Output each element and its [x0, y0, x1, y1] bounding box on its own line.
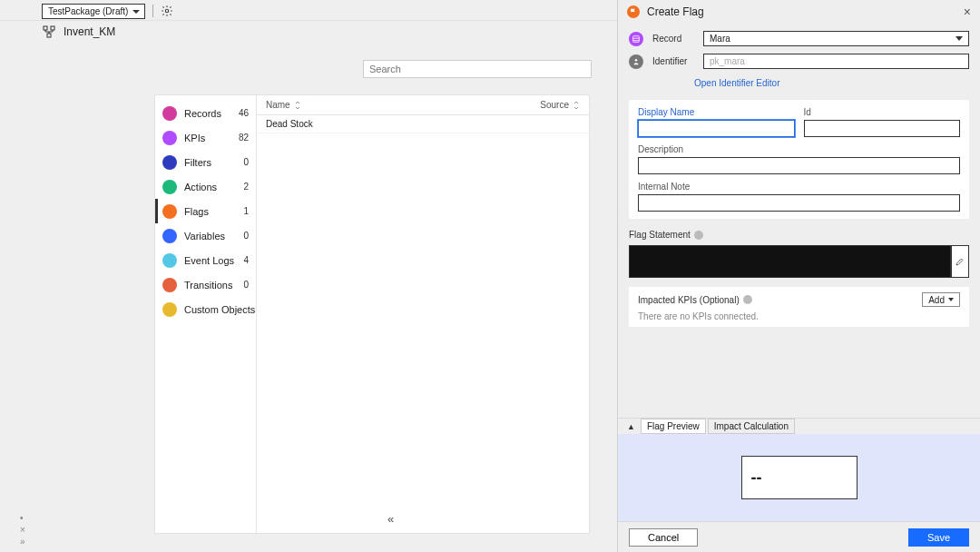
- kpi-empty-text: There are no KPIs connected.: [638, 311, 960, 321]
- flag-preview-pane: --: [618, 434, 980, 521]
- edit-statement-button[interactable]: [951, 245, 969, 278]
- sidebar-item-icon: [162, 131, 177, 145]
- drawer-title: Create Flag: [647, 5, 956, 18]
- sidebar-item-label: Actions: [184, 182, 227, 192]
- sidebar-item-count: 0: [240, 280, 249, 290]
- svg-point-5: [635, 59, 638, 62]
- sort-icon: [294, 101, 301, 110]
- col-name[interactable]: Name: [266, 100, 525, 110]
- sidebar-item-count: 46: [234, 108, 249, 118]
- data-model-icon: [42, 25, 56, 39]
- sidebar-item-label: Custom Objects: [184, 304, 255, 315]
- sort-icon: [573, 101, 580, 110]
- flag-statement-label: Flag Statement: [629, 230, 691, 240]
- toolbar-divider: [152, 5, 153, 17]
- sidebar-item-label: Transitions: [184, 280, 232, 291]
- table-row[interactable]: Dead Stock: [257, 115, 589, 133]
- sidebar-item-kpis[interactable]: KPIs82: [155, 125, 256, 150]
- record-select[interactable]: Mara: [703, 31, 969, 46]
- svg-rect-3: [47, 34, 51, 37]
- tab-impact-calculation[interactable]: Impact Calculation: [708, 419, 795, 434]
- sidebar-item-count: 1: [234, 206, 249, 216]
- internal-note-input[interactable]: [638, 194, 960, 212]
- col-source[interactable]: Source: [525, 100, 580, 110]
- sidebar-item-count: 0: [234, 231, 249, 241]
- sidebar-item-event-logs[interactable]: Event Logs4: [155, 248, 256, 272]
- sidebar-item-actions[interactable]: Actions2: [155, 174, 256, 199]
- collapse-preview-icon[interactable]: ▲: [627, 422, 635, 431]
- sidebar-item-custom-objects[interactable]: Custom Objects0: [155, 297, 256, 321]
- sidebar-item-transitions[interactable]: Transitions0: [155, 272, 256, 297]
- sidebar-item-label: Records: [184, 108, 227, 119]
- identifier-icon: [629, 54, 643, 69]
- sidebar-item-icon: [162, 106, 177, 121]
- search-input[interactable]: [369, 64, 585, 74]
- sidebar-item-count: 82: [234, 133, 249, 143]
- object-sidebar: Records46KPIs82Filters0Actions2Flags1Var…: [155, 95, 257, 533]
- create-flag-drawer: Create Flag × Record Mara Identifier Ope…: [617, 0, 980, 552]
- cancel-button[interactable]: Cancel: [629, 528, 698, 547]
- info-icon[interactable]: [694, 231, 703, 240]
- sidebar-item-count: 0: [234, 157, 249, 167]
- sidebar-item-filters[interactable]: Filters0: [155, 150, 256, 174]
- sidebar-item-label: Event Logs: [184, 255, 234, 266]
- svg-rect-4: [633, 35, 640, 42]
- sidebar-item-count: 4: [241, 255, 249, 265]
- row-name: Dead Stock: [266, 119, 580, 129]
- preview-value: --: [751, 468, 762, 488]
- display-name-input[interactable]: [638, 120, 795, 137]
- sidebar-item-count: 2: [234, 182, 249, 192]
- record-icon: [629, 32, 643, 46]
- svg-rect-1: [44, 26, 47, 30]
- preview-card: --: [741, 456, 858, 499]
- sidebar-item-label: KPIs: [184, 133, 227, 143]
- sidebar-item-icon: [162, 302, 177, 317]
- id-input[interactable]: [804, 120, 961, 137]
- internal-note-label: Internal Note: [638, 182, 960, 192]
- svg-rect-2: [51, 26, 54, 30]
- sidebar-item-records[interactable]: Records46: [155, 101, 256, 125]
- impacted-kpis-label: Impacted KPIs (Optional): [638, 295, 740, 305]
- table-header: Name Source: [257, 95, 589, 115]
- sidebar-item-variables[interactable]: Variables0: [155, 223, 256, 248]
- sidebar-item-label: Filters: [184, 157, 227, 168]
- identifier-label: Identifier: [652, 56, 694, 66]
- id-label: Id: [804, 107, 961, 117]
- identifier-input[interactable]: [703, 54, 969, 69]
- chevron-down-icon: [956, 36, 963, 41]
- svg-point-0: [166, 9, 170, 13]
- record-label: Record: [652, 34, 694, 44]
- sidebar-item-flags[interactable]: Flags1: [155, 199, 256, 223]
- sidebar-item-icon: [162, 180, 177, 194]
- page-title: Invent_KM: [64, 25, 115, 38]
- info-icon[interactable]: [743, 295, 752, 304]
- display-name-label: Display Name: [638, 107, 795, 117]
- sidebar-collapse-icon[interactable]: «: [387, 512, 394, 526]
- gear-icon[interactable]: [161, 5, 173, 17]
- sidebar-item-icon: [162, 155, 177, 170]
- save-button[interactable]: Save: [908, 528, 969, 547]
- search-input-wrap[interactable]: [363, 60, 592, 78]
- flag-statement-editor[interactable]: [629, 245, 951, 278]
- sidebar-item-icon: [162, 278, 177, 292]
- description-label: Description: [638, 144, 960, 154]
- tab-flag-preview[interactable]: Flag Preview: [641, 419, 706, 434]
- sidebar-item-icon: [162, 229, 177, 243]
- sidebar-item-icon: [162, 204, 177, 219]
- package-dropdown[interactable]: TestPackage (Draft): [42, 4, 145, 19]
- sidebar-item-label: Flags: [184, 206, 227, 217]
- sidebar-item-icon: [162, 253, 177, 268]
- stray-handles: •×»: [20, 513, 25, 547]
- package-dropdown-label: TestPackage (Draft): [48, 6, 128, 16]
- open-identifier-editor-link[interactable]: Open Identifier Editor: [694, 78, 780, 88]
- close-icon[interactable]: ×: [964, 5, 971, 18]
- add-kpi-button[interactable]: Add: [922, 292, 960, 307]
- description-input[interactable]: [638, 157, 960, 174]
- chevron-down-icon: [948, 298, 954, 301]
- sidebar-item-label: Variables: [184, 231, 227, 242]
- flag-icon: [627, 5, 640, 18]
